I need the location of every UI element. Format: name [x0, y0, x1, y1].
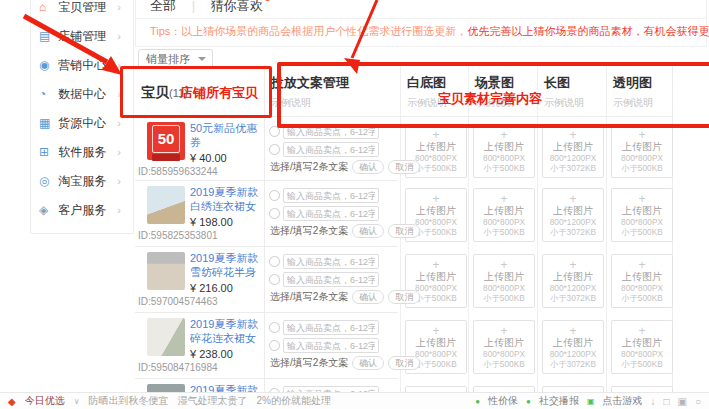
chevron-right-icon: ›: [117, 0, 121, 22]
upload-image-cell[interactable]: + 上传图片 800*800PX 小于500KB: [611, 188, 673, 242]
sidebar-item-customer-service[interactable]: ◈ 客户服务 ›: [31, 196, 133, 225]
size-hint: 800*1200PX: [545, 283, 600, 292]
coupon-thumbnail: 50: [147, 122, 185, 160]
sidebar-item-supply-center[interactable]: ▦ 货源中心 ›: [31, 109, 133, 138]
sidebar-item-label: 客户服务: [58, 203, 106, 217]
selling-point-input[interactable]: [283, 188, 379, 203]
checkbox[interactable]: [269, 322, 280, 333]
circle-icon[interactable]: ○: [695, 396, 701, 407]
checkbox[interactable]: [269, 126, 280, 137]
checkbox[interactable]: [269, 340, 280, 351]
upload-image-cell[interactable]: + 上传图片 800*1200PX 小于3072KB: [542, 254, 604, 308]
chevron-down-icon[interactable]: ∨: [74, 397, 80, 406]
limit-hint: 小于3072KB: [545, 359, 600, 368]
chevron-right-icon: ›: [117, 22, 121, 51]
upload-image-cell[interactable]: + 上传图片 800*800PX 小于500KB: [611, 320, 673, 374]
long-image-header-title: 长图: [544, 74, 607, 92]
confirm-button[interactable]: 确认: [352, 224, 384, 238]
news-ticker-item[interactable]: 湿气处理太贵了: [178, 394, 248, 408]
statusbar-item[interactable]: 点击游戏: [602, 394, 642, 408]
upload-image-cell[interactable]: + 上传图片 800*800PX 小于500KB: [473, 254, 535, 308]
statusbar-item[interactable]: 社交播报: [539, 394, 579, 408]
upload-label: 上传图片: [474, 205, 534, 217]
upload-image-cell[interactable]: + 上传图片 800*1200PX 小于3072KB: [542, 320, 604, 374]
sidebar-item-label: 软件服务: [58, 145, 106, 159]
selling-point-input[interactable]: [283, 272, 379, 287]
product-title-link[interactable]: 2019夏季新款白绣连衣裙女韩版短裙T恤中长款: [190, 185, 264, 213]
sidebar-item-data-center[interactable]: ◔ 数据中心 ›: [31, 80, 133, 109]
upload-image-cell[interactable]: + 上传图片 800*800PX 小于500KB: [473, 124, 535, 178]
copy-note: 选择/填写2条文案: [270, 161, 348, 172]
cancel-button[interactable]: 取消: [388, 356, 420, 370]
checkbox[interactable]: [269, 144, 280, 155]
checkbox[interactable]: [269, 190, 280, 201]
statusbar-item[interactable]: 性价保: [488, 394, 518, 408]
news-ticker-item[interactable]: 防晒出到秋冬便宜: [89, 394, 169, 408]
table-row: 2019夏季新款碎花连衣裙女修身显瘦小众网红 ¥ 238.00 ID:59508…: [135, 312, 398, 376]
sidebar-item-taobao-service[interactable]: ◎ 淘宝服务 ›: [31, 167, 133, 196]
example-link[interactable]: 示例说明: [544, 96, 607, 110]
sidebar-item-shop-manage[interactable]: ▤ 店铺管理 ›: [31, 22, 133, 51]
upload-label: 上传图片: [543, 205, 603, 217]
news-brand[interactable]: 今日优选: [25, 394, 65, 408]
upload-image-cell[interactable]: + 上传图片 800*1200PX 小于3072KB: [542, 188, 604, 242]
upload-image-cell[interactable]: + 上传图片 800*1200PX 小于3072KB: [542, 124, 604, 178]
product-title-link[interactable]: 2019夏季新款碎花连衣裙女修身显瘦小众网红: [190, 317, 264, 345]
checkbox[interactable]: [269, 274, 280, 285]
product-title-link[interactable]: 50元新品优惠券: [190, 121, 264, 149]
selling-point-input[interactable]: [283, 124, 379, 139]
window-icon[interactable]: □: [663, 396, 669, 407]
product-price: ¥ 198.00: [190, 216, 264, 228]
size-hint: 800*1200PX: [545, 349, 600, 358]
news-ticker-item[interactable]: 2%的价就能处理: [257, 394, 331, 408]
sidebar-item-baobei-manage[interactable]: ⌂ 宝贝管理 ›: [31, 0, 133, 22]
example-link[interactable]: 示例说明: [407, 96, 469, 110]
gallery-icon[interactable]: ▣: [678, 396, 687, 407]
column-header-products: 宝贝(11): [141, 84, 188, 102]
upload-label: 上传图片: [406, 337, 466, 349]
selling-point-input[interactable]: [283, 338, 379, 353]
confirm-button[interactable]: 确认: [352, 356, 384, 370]
checkbox[interactable]: [269, 256, 280, 267]
upload-image-cell[interactable]: + 上传图片 800*800PX 小于500KB: [473, 320, 535, 374]
size-hint: 800*800PX: [614, 283, 669, 292]
chevron-down-icon: [198, 57, 206, 61]
tab-guess-you-like[interactable]: 猜你喜欢: [211, 0, 263, 18]
upload-label: 上传图片: [543, 271, 603, 283]
sidebar-item-marketing-center[interactable]: ◉ 营销中心 ›: [31, 51, 133, 80]
example-link[interactable]: 示例说明: [475, 96, 538, 110]
cancel-button[interactable]: 取消: [388, 224, 420, 238]
upload-image-cell[interactable]: + 上传图片 800*800PX 小于500KB: [473, 188, 535, 242]
selling-point-input[interactable]: [283, 142, 379, 157]
product-id: ID:597004574463: [138, 296, 218, 307]
download-icon[interactable]: ↓: [650, 396, 655, 407]
selling-point-input[interactable]: [283, 254, 379, 269]
copywriting-cell: 选择/填写2条文案确认取消: [265, 180, 398, 244]
example-link[interactable]: 示例说明: [613, 96, 673, 110]
cancel-button[interactable]: 取消: [388, 290, 420, 304]
upload-label: 上传图片: [612, 271, 672, 283]
limit-hint: 小于500KB: [614, 163, 669, 172]
column-transparent-image: 透明图 示例说明 + 上传图片 800*800PX 小于500KB + 上传图片…: [606, 66, 673, 409]
upload-image-cell[interactable]: + 上传图片 800*800PX 小于500KB: [611, 124, 673, 178]
selling-point-input[interactable]: [283, 320, 379, 335]
sidebar-item-software-service[interactable]: ⊞ 软件服务 ›: [31, 138, 133, 167]
tab-all[interactable]: 全部: [150, 0, 176, 18]
upload-label: 上传图片: [474, 337, 534, 349]
sidebar: ⌂ 宝贝管理 › ▤ 店铺管理 › ◉ 营销中心 › ◔ 数据中心 › ▦ 货源…: [30, 0, 134, 234]
plus-icon: +: [612, 259, 672, 271]
notification-dot: [265, 0, 270, 1]
cancel-button[interactable]: 取消: [388, 160, 420, 174]
sidebar-item-label: 数据中心: [58, 87, 106, 101]
upload-image-cell[interactable]: + 上传图片 800*800PX 小于500KB: [611, 254, 673, 308]
checkbox[interactable]: [269, 208, 280, 219]
plus-icon: +: [543, 193, 603, 205]
limit-hint: 小于500KB: [614, 227, 669, 236]
limit-hint: 小于500KB: [614, 293, 669, 302]
selling-point-input[interactable]: [283, 206, 379, 221]
confirm-button[interactable]: 确认: [352, 160, 384, 174]
limit-hint: 小于3072KB: [545, 293, 600, 302]
confirm-button[interactable]: 确认: [352, 290, 384, 304]
example-link[interactable]: 示例说明: [271, 96, 349, 110]
product-title-link[interactable]: 2019夏季新款雪纺碎花半身裙女中长款韩版百搭: [190, 251, 264, 279]
